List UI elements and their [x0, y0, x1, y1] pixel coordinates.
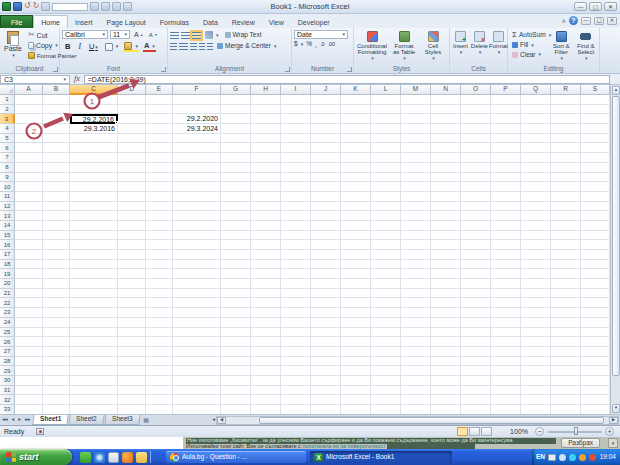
cell[interactable] [70, 202, 118, 212]
cell[interactable] [118, 376, 146, 386]
cell[interactable] [431, 153, 461, 163]
cell[interactable] [281, 134, 311, 144]
cell[interactable] [281, 366, 311, 376]
horizontal-scroll-thumb[interactable] [259, 417, 604, 424]
column-header[interactable]: P [491, 85, 521, 95]
cell[interactable] [551, 221, 581, 231]
cell[interactable] [521, 211, 551, 221]
cell[interactable] [146, 143, 173, 153]
cell[interactable] [371, 114, 401, 124]
cell[interactable] [43, 318, 70, 328]
cell[interactable] [43, 366, 70, 376]
cell[interactable] [251, 337, 281, 347]
cell[interactable] [15, 279, 43, 289]
cell[interactable] [146, 163, 173, 173]
cell[interactable] [491, 182, 521, 192]
cell[interactable] [401, 298, 431, 308]
cell[interactable] [15, 386, 43, 396]
cell[interactable] [251, 192, 281, 202]
column-header[interactable]: L [371, 85, 401, 95]
accounting-format-button[interactable]: $ [294, 41, 303, 48]
cell[interactable] [371, 260, 401, 270]
cell[interactable] [371, 395, 401, 405]
cell[interactable] [118, 124, 146, 134]
cell[interactable] [43, 279, 70, 289]
align-top-icon[interactable] [170, 32, 179, 39]
cell[interactable] [581, 347, 610, 357]
cell[interactable] [146, 124, 173, 134]
cell[interactable] [43, 134, 70, 144]
cell[interactable] [551, 395, 581, 405]
cell[interactable] [15, 376, 43, 386]
cell[interactable] [15, 260, 43, 270]
cell[interactable] [15, 328, 43, 338]
cell[interactable] [431, 250, 461, 260]
autosum-button[interactable]: ΣAutoSum [510, 30, 548, 40]
cell[interactable] [491, 192, 521, 202]
cell[interactable] [461, 337, 491, 347]
cell[interactable] [311, 386, 341, 396]
cell[interactable] [371, 143, 401, 153]
cell[interactable] [70, 318, 118, 328]
cell[interactable] [521, 386, 551, 396]
cell[interactable] [15, 192, 43, 202]
row-header[interactable]: 11 [0, 192, 15, 202]
cell[interactable] [521, 298, 551, 308]
cell[interactable] [551, 366, 581, 376]
cell[interactable] [118, 240, 146, 250]
cell[interactable] [146, 260, 173, 270]
cell[interactable] [281, 95, 311, 105]
cell[interactable] [491, 308, 521, 318]
cell[interactable] [371, 192, 401, 202]
cell[interactable] [15, 105, 43, 115]
cell[interactable] [43, 376, 70, 386]
cell[interactable] [70, 231, 118, 241]
cell[interactable] [491, 289, 521, 299]
cell[interactable] [70, 143, 118, 153]
cell[interactable] [15, 211, 43, 221]
cell[interactable] [43, 298, 70, 308]
normal-view-icon[interactable] [457, 427, 468, 436]
cell[interactable] [401, 395, 431, 405]
cell[interactable] [371, 231, 401, 241]
tab-formulas[interactable]: Formulas [153, 16, 196, 28]
cell[interactable] [15, 163, 43, 173]
cell[interactable] [221, 289, 251, 299]
cell[interactable] [491, 211, 521, 221]
select-all-button[interactable] [0, 85, 15, 95]
cell[interactable] [70, 163, 118, 173]
cell[interactable] [15, 395, 43, 405]
align-middle-icon[interactable] [181, 32, 190, 39]
cell[interactable] [146, 357, 173, 367]
row-header[interactable]: 25 [0, 328, 15, 338]
cell[interactable] [341, 308, 371, 318]
cell[interactable] [221, 376, 251, 386]
cell[interactable] [401, 318, 431, 328]
cell[interactable] [341, 95, 371, 105]
cell[interactable] [70, 260, 118, 270]
cell[interactable] [146, 211, 173, 221]
cell[interactable] [281, 308, 311, 318]
cell[interactable] [43, 124, 70, 134]
cell[interactable] [401, 173, 431, 183]
align-center-icon[interactable] [179, 43, 188, 50]
cell[interactable] [521, 221, 551, 231]
cell[interactable] [70, 308, 118, 318]
cell[interactable] [118, 395, 146, 405]
cell[interactable] [491, 298, 521, 308]
cell[interactable] [251, 143, 281, 153]
cell[interactable] [491, 231, 521, 241]
row-header[interactable]: 27 [0, 347, 15, 357]
cell[interactable] [311, 211, 341, 221]
cell[interactable] [551, 279, 581, 289]
row-header[interactable]: 4 [0, 124, 15, 134]
cell[interactable] [341, 202, 371, 212]
cell[interactable] [581, 386, 610, 396]
cell[interactable] [281, 337, 311, 347]
cell[interactable] [173, 308, 221, 318]
cell[interactable] [431, 289, 461, 299]
cell[interactable] [251, 134, 281, 144]
cell[interactable] [341, 318, 371, 328]
fill-handle[interactable] [115, 121, 118, 124]
cell[interactable] [431, 298, 461, 308]
